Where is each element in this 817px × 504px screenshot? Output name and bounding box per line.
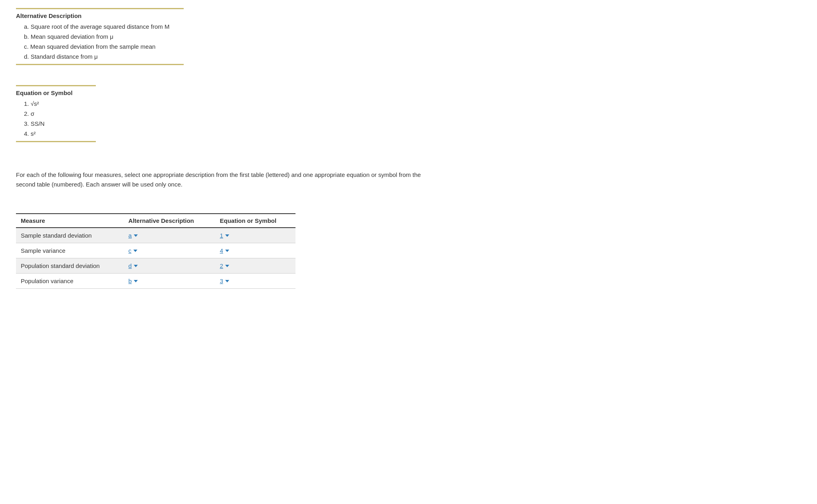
table-row: Sample standard deviation a 1 [16, 228, 295, 243]
eq-select-1[interactable]: 1 [220, 232, 229, 239]
alt-item-d-label: d. [24, 53, 31, 60]
eq-item-1-text: √s² [31, 100, 39, 107]
table-row: Sample variance c 4 [16, 243, 295, 258]
eq-dropdown-1[interactable]: 1 [215, 228, 295, 243]
alt-desc-value-3: d [129, 262, 132, 269]
eq-item-1-label: 1. [24, 100, 31, 107]
table-row: Population variance b 3 [16, 274, 295, 289]
alt-item-a-text: Square root of the average squared dista… [31, 23, 170, 30]
alt-desc-value-2: c [129, 247, 132, 254]
alt-desc-arrow-1 [134, 234, 138, 237]
alt-item-a: a. Square root of the average squared di… [24, 23, 423, 30]
eq-arrow-2 [225, 250, 229, 252]
alt-desc-select-1[interactable]: a [129, 232, 138, 239]
alt-item-d: d. Standard distance from μ [24, 53, 423, 60]
col-header-alt-description: Alternative Description [124, 214, 215, 228]
eq-item-4-label: 4. [24, 130, 31, 137]
alt-item-a-label: a. [24, 23, 31, 30]
measure-label-4: Population variance [16, 274, 124, 289]
alternative-description-section: Alternative Description a. Square root o… [16, 8, 423, 65]
eq-item-3-text: SS/N [31, 120, 45, 127]
alt-item-b: b. Mean squared deviation from μ [24, 33, 423, 40]
alt-item-b-label: b. [24, 33, 31, 40]
table-header-row: Measure Alternative Description Equation… [16, 214, 295, 228]
alt-item-c: c. Mean squared deviation from the sampl… [24, 43, 423, 50]
section-bottom-bar-eq [16, 141, 96, 142]
eq-select-2[interactable]: 4 [220, 247, 229, 254]
alt-desc-dropdown-1[interactable]: a [124, 228, 215, 243]
eq-select-3[interactable]: 2 [220, 262, 229, 269]
eq-value-4: 3 [220, 278, 223, 284]
eq-value-3: 2 [220, 262, 223, 269]
alt-description-title: Alternative Description [16, 12, 423, 19]
eq-item-4-text: s² [31, 130, 36, 137]
table-row: Population standard deviation d 2 [16, 258, 295, 274]
alt-desc-select-4[interactable]: b [129, 278, 138, 284]
section-top-bar-alt [16, 8, 184, 9]
eq-item-2: 2. σ [24, 110, 423, 117]
col-header-measure: Measure [16, 214, 124, 228]
measure-label-2: Sample variance [16, 243, 124, 258]
section-top-bar-eq [16, 85, 96, 86]
alt-desc-select-2[interactable]: c [129, 247, 138, 254]
alt-desc-arrow-4 [134, 280, 138, 282]
alt-item-c-label: c. [24, 43, 30, 50]
eq-select-4[interactable]: 3 [220, 278, 229, 284]
eq-item-1: 1. √s² [24, 100, 423, 107]
alt-item-d-text: Standard distance from μ [31, 53, 98, 60]
col-header-equation-symbol: Equation or Symbol [215, 214, 295, 228]
eq-arrow-4 [225, 280, 229, 282]
eq-dropdown-4[interactable]: 3 [215, 274, 295, 289]
eq-value-2: 4 [220, 247, 223, 254]
instruction-text: For each of the following four measures,… [16, 170, 423, 189]
alt-desc-select-3[interactable]: d [129, 262, 138, 269]
alt-desc-arrow-2 [133, 250, 137, 252]
eq-symbol-title: Equation or Symbol [16, 89, 423, 96]
eq-item-3-label: 3. [24, 120, 31, 127]
eq-dropdown-2[interactable]: 4 [215, 243, 295, 258]
section-bottom-bar-alt [16, 64, 184, 65]
measure-label-3: Population standard deviation [16, 258, 124, 274]
eq-arrow-1 [225, 234, 229, 237]
alt-desc-dropdown-3[interactable]: d [124, 258, 215, 274]
eq-item-2-text: σ [31, 110, 34, 117]
eq-arrow-3 [225, 265, 229, 267]
measure-label-1: Sample standard deviation [16, 228, 124, 243]
measures-table-container: Measure Alternative Description Equation… [16, 213, 295, 289]
equation-symbol-section: Equation or Symbol 1. √s² 2. σ 3. SS/N 4… [16, 85, 423, 142]
alt-desc-dropdown-4[interactable]: b [124, 274, 215, 289]
alt-item-b-text: Mean squared deviation from μ [31, 33, 113, 40]
eq-dropdown-3[interactable]: 2 [215, 258, 295, 274]
alt-desc-dropdown-2[interactable]: c [124, 243, 215, 258]
alt-desc-value-1: a [129, 232, 132, 239]
eq-item-2-label: 2. [24, 110, 31, 117]
alt-desc-arrow-3 [134, 265, 138, 267]
eq-item-3: 3. SS/N [24, 120, 423, 127]
alt-desc-value-4: b [129, 278, 132, 284]
eq-item-4: 4. s² [24, 130, 423, 137]
alt-item-c-text: Mean squared deviation from the sample m… [30, 43, 156, 50]
measures-table: Measure Alternative Description Equation… [16, 213, 295, 289]
eq-value-1: 1 [220, 232, 223, 239]
